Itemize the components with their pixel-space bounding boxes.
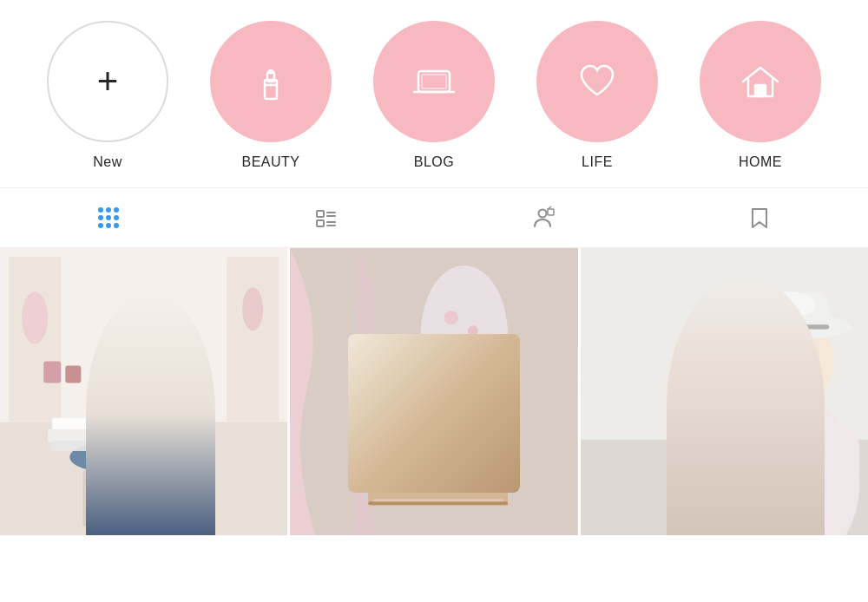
heart-icon [571, 56, 623, 108]
svg-rect-70 [369, 435, 386, 453]
svg-point-91 [794, 474, 812, 492]
highlight-item-home[interactable]: HOME [679, 21, 842, 170]
photo-grid [0, 248, 868, 535]
svg-rect-57 [421, 401, 438, 418]
house-icon [734, 56, 786, 108]
svg-point-88 [778, 436, 793, 452]
photo-cell-2[interactable] [290, 248, 577, 535]
svg-rect-55 [386, 401, 404, 418]
svg-point-9 [114, 207, 119, 213]
svg-rect-77 [490, 435, 508, 453]
svg-rect-62 [369, 418, 386, 435]
svg-rect-92 [728, 422, 859, 492]
svg-rect-50 [360, 388, 509, 395]
svg-rect-58 [438, 401, 456, 418]
highlight-item-blog[interactable]: BLOG [352, 21, 516, 170]
svg-rect-72 [404, 435, 421, 453]
svg-point-8 [106, 207, 111, 213]
svg-point-30 [242, 287, 263, 330]
svg-rect-5 [422, 75, 446, 88]
photo-grid-section [0, 248, 868, 602]
svg-point-49 [454, 342, 466, 354]
svg-rect-80 [430, 409, 447, 416]
svg-point-95 [728, 313, 851, 339]
svg-rect-82 [369, 501, 509, 505]
svg-rect-61 [490, 401, 508, 418]
svg-rect-64 [404, 418, 421, 435]
highlight-item-beauty[interactable]: BEAUTY [189, 21, 352, 170]
laptop-icon [408, 56, 460, 108]
tab-bar [0, 188, 868, 248]
svg-rect-42 [48, 429, 113, 442]
svg-rect-74 [438, 435, 456, 453]
svg-rect-56 [404, 401, 421, 418]
highlights-section: + New BEAUTY BLOG [0, 0, 868, 188]
svg-rect-76 [473, 435, 490, 453]
svg-point-98 [754, 291, 815, 317]
svg-rect-38 [86, 473, 174, 520]
svg-point-89 [806, 452, 825, 471]
svg-point-90 [766, 472, 779, 486]
svg-rect-40 [65, 366, 81, 383]
svg-point-29 [22, 291, 48, 344]
svg-rect-41 [52, 418, 113, 431]
highlight-label-life: LIFE [582, 154, 613, 170]
svg-point-11 [106, 215, 111, 220]
svg-rect-39 [43, 362, 61, 383]
svg-point-36 [111, 333, 160, 389]
svg-rect-65 [421, 418, 438, 435]
svg-rect-66 [438, 418, 456, 435]
list-icon [313, 206, 338, 230]
svg-rect-31 [0, 422, 287, 536]
svg-rect-43 [50, 441, 113, 451]
svg-point-10 [98, 215, 103, 220]
svg-point-34 [135, 456, 214, 484]
svg-point-32 [109, 370, 170, 405]
highlight-label-beauty: BEAUTY [241, 154, 299, 170]
person-tag-icon [530, 206, 555, 230]
tab-saved[interactable] [738, 199, 781, 237]
svg-rect-67 [456, 418, 473, 435]
svg-rect-16 [317, 211, 324, 217]
svg-point-46 [421, 265, 508, 405]
plus-icon: + [97, 63, 119, 100]
svg-rect-52 [496, 395, 503, 499]
highlight-circle-life [536, 21, 658, 142]
svg-rect-75 [456, 435, 473, 453]
svg-point-87 [744, 447, 765, 468]
highlight-item-new[interactable]: + New [26, 21, 189, 170]
svg-point-12 [114, 215, 119, 220]
svg-rect-51 [365, 395, 372, 499]
svg-rect-6 [755, 85, 766, 96]
svg-point-7 [98, 207, 103, 213]
svg-point-47 [444, 311, 458, 324]
highlight-circle-home [700, 21, 821, 142]
photo-cell-1[interactable] [0, 248, 287, 535]
photo-cell-3[interactable] [581, 248, 868, 535]
svg-point-14 [106, 223, 111, 228]
highlight-item-life[interactable]: LIFE [516, 21, 679, 170]
svg-rect-23 [548, 209, 554, 215]
tab-list[interactable] [304, 199, 347, 237]
svg-rect-93 [768, 383, 803, 427]
tab-grid[interactable] [87, 199, 130, 237]
highlight-label-new: New [93, 154, 122, 170]
svg-rect-68 [473, 418, 490, 435]
svg-point-13 [98, 223, 103, 228]
grid-icon [96, 206, 121, 230]
svg-rect-28 [227, 257, 279, 422]
svg-point-48 [468, 325, 478, 336]
highlight-label-home: HOME [739, 154, 782, 170]
highlight-circle-new: + [47, 21, 168, 142]
svg-rect-60 [473, 401, 490, 418]
svg-rect-37 [82, 470, 178, 527]
svg-rect-53 [369, 401, 509, 505]
svg-rect-19 [317, 220, 324, 226]
svg-rect-73 [421, 435, 438, 453]
lipstick-icon [245, 56, 297, 108]
svg-point-15 [114, 223, 119, 228]
highlight-circle-beauty [210, 21, 332, 142]
svg-rect-78 [369, 453, 509, 505]
tab-tagged[interactable] [521, 199, 564, 237]
svg-rect-69 [490, 418, 508, 435]
